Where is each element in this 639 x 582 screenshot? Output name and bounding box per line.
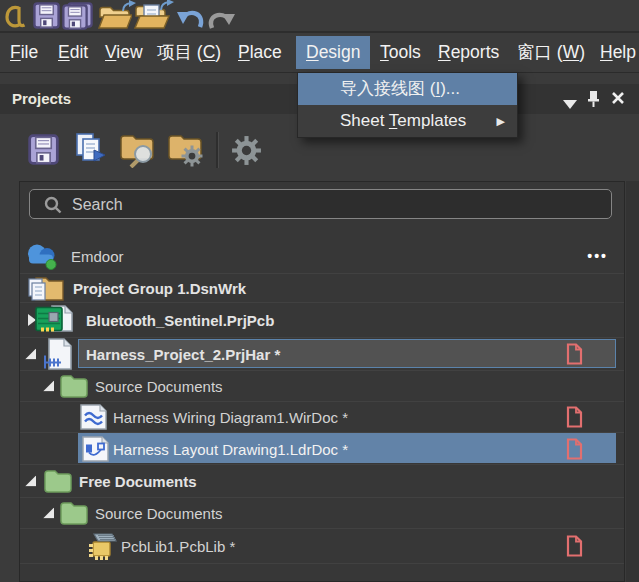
tree-row-label: Bluetooth_Sentinel.PrjPcb xyxy=(86,312,274,329)
open-arrow-glyph xyxy=(160,0,174,11)
modified-doc-icon xyxy=(566,406,583,428)
tree-row-label: Source Documents xyxy=(95,378,223,395)
wiring-document-icon xyxy=(79,404,108,431)
panel-right-gutter xyxy=(626,181,639,582)
menu-edit[interactable]: Edit xyxy=(54,36,92,69)
menu-view[interactable]: View xyxy=(101,36,147,69)
menubar: File Edit View 项目 (C) Place Design Tools… xyxy=(0,33,639,73)
tree-row-label: Harness_Project_2.PrjHar * xyxy=(86,346,280,363)
pin-icon xyxy=(586,90,601,107)
pcb-project-icon xyxy=(34,304,74,337)
compile-documents-icon xyxy=(74,132,108,166)
tree-row-label: Harness Wiring Diagram1.WirDoc * xyxy=(113,409,348,426)
close-icon xyxy=(611,91,625,105)
altium-logo-icon[interactable] xyxy=(4,4,26,32)
panel-title: Projects xyxy=(12,84,71,114)
save-all-icon xyxy=(62,2,95,30)
tree-row-harness-project[interactable]: Harness_Project_2.PrjHar * xyxy=(20,338,624,371)
save-project-button[interactable] xyxy=(28,134,59,169)
save-all-button[interactable] xyxy=(62,2,95,34)
undo-icon xyxy=(174,3,206,29)
cloud-server-icon xyxy=(24,241,59,270)
menu-help[interactable]: Help xyxy=(596,36,639,69)
tree-row-source-documents-1[interactable]: Source Documents xyxy=(20,371,624,402)
undo-button[interactable] xyxy=(174,3,206,33)
tree-row-label: Source Documents xyxy=(95,505,223,522)
toolbar-divider xyxy=(216,132,219,168)
panel-pin-button[interactable] xyxy=(586,90,601,111)
search-icon xyxy=(44,196,62,218)
tree-row-source-documents-2[interactable]: Source Documents xyxy=(20,498,624,529)
tree-row-project-group[interactable]: Project Group 1.DsnWrk xyxy=(20,274,624,303)
menu-design[interactable]: Design xyxy=(296,36,370,69)
altium-logo-glyph xyxy=(4,4,26,28)
folder-settings-button[interactable] xyxy=(166,132,208,172)
tree-row-label: Project Group 1.DsnWrk xyxy=(73,280,246,297)
redo-icon xyxy=(206,5,238,29)
compile-documents-button[interactable] xyxy=(74,132,108,170)
menu-project[interactable]: 项目 (C) xyxy=(153,36,225,69)
expand-arrow-icon[interactable] xyxy=(43,381,54,392)
projects-tree: Emdoor ••• Project Group 1.DsnWrk Blueto… xyxy=(19,181,625,582)
settings-button[interactable] xyxy=(230,134,263,171)
tree-row-label: Free Documents xyxy=(79,473,197,490)
quick-access-toolbar xyxy=(0,0,639,31)
open-folder-button[interactable] xyxy=(98,2,132,34)
tree-row-wiring-diagram[interactable]: Harness Wiring Diagram1.WirDoc * xyxy=(20,402,624,433)
layout-document-icon xyxy=(81,435,110,462)
submenu-arrow-icon: ▶ xyxy=(497,105,505,137)
tree-row-emdoor[interactable]: Emdoor ••• xyxy=(20,238,624,274)
search-folder-icon xyxy=(118,132,158,168)
search-input[interactable] xyxy=(70,191,594,219)
menu-item-import-wiring-diagram[interactable]: 导入接线图 (I)... xyxy=(298,73,517,105)
menu-place[interactable]: Place xyxy=(234,36,286,69)
open-document-button[interactable] xyxy=(134,1,170,34)
folder-icon xyxy=(59,373,89,399)
tree-row-label: Harness Layout Drawing1.LdrDoc * xyxy=(113,440,348,457)
save-icon xyxy=(28,134,59,165)
chevron-down-icon xyxy=(563,100,577,109)
harness-project-icon xyxy=(42,338,73,371)
modified-doc-icon xyxy=(566,535,583,557)
folder-icon xyxy=(43,468,73,495)
menu-reports[interactable]: Reports xyxy=(434,36,503,69)
expand-arrow-icon[interactable] xyxy=(43,508,54,519)
tree-row-layout-drawing[interactable]: Harness Layout Drawing1.LdrDoc * xyxy=(20,433,624,465)
tree-row-free-documents[interactable]: Free Documents xyxy=(20,465,624,498)
tree-row-label: PcbLib1.PcbLib * xyxy=(121,538,235,555)
redo-button[interactable] xyxy=(206,5,238,33)
menu-file[interactable]: File xyxy=(6,36,42,69)
tree-row-bluetooth-sentinel[interactable]: Bluetooth_Sentinel.PrjPcb xyxy=(20,303,624,338)
menu-tools[interactable]: Tools xyxy=(376,36,425,69)
tree-row-pcblib[interactable]: PcbLib1.PcbLib * xyxy=(20,529,624,564)
save-icon xyxy=(33,2,60,29)
panel-close-button[interactable] xyxy=(611,91,625,109)
modified-doc-icon xyxy=(566,438,583,460)
settings-gear-icon xyxy=(230,134,263,167)
panel-menu-button[interactable] xyxy=(563,95,577,113)
folder-icon xyxy=(59,500,89,526)
menu-window[interactable]: 窗口 (W) xyxy=(513,36,589,69)
server-actions-button[interactable]: ••• xyxy=(587,248,608,264)
search-folder-button[interactable] xyxy=(118,132,158,172)
design-dropdown-menu: 导入接线图 (I)... Sheet Templates ▶ xyxy=(297,72,518,138)
project-group-icon xyxy=(27,274,65,302)
expand-arrow-icon[interactable] xyxy=(25,349,36,360)
folder-settings-icon xyxy=(166,132,208,168)
save-button[interactable] xyxy=(33,2,60,33)
server-name: Emdoor xyxy=(71,247,124,264)
menu-item-sheet-templates[interactable]: Sheet Templates ▶ xyxy=(298,105,517,137)
modified-doc-icon xyxy=(566,343,583,365)
expand-arrow-icon[interactable] xyxy=(25,476,36,487)
search-box[interactable] xyxy=(29,189,612,219)
pcb-library-icon xyxy=(85,530,117,562)
